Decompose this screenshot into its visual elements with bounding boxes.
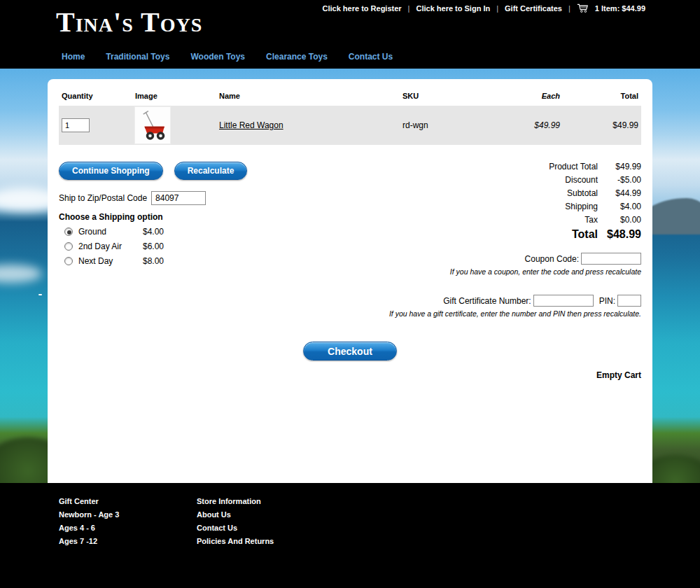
coupon-label: Coupon Code:: [525, 254, 579, 264]
product-total-price: $49.99: [560, 120, 638, 130]
column-header-name: Name: [219, 92, 402, 100]
separator: |: [408, 4, 410, 13]
shipping-option-price: $4.00: [143, 227, 164, 237]
gift-certificate-input[interactable]: [533, 295, 594, 307]
nav-home[interactable]: Home: [62, 52, 85, 62]
total-row-label: Tax: [529, 215, 598, 225]
pin-input[interactable]: [617, 295, 641, 307]
separator: |: [568, 4, 570, 13]
main-nav: Home Traditional Toys Wooden Toys Cleara…: [62, 52, 393, 62]
footer-link-ages-4-6[interactable]: Ages 4 - 6: [59, 524, 197, 532]
nav-contact-us[interactable]: Contact Us: [349, 52, 393, 62]
shopping-cart-icon[interactable]: [577, 3, 589, 13]
checkout-button[interactable]: Checkout: [303, 342, 397, 360]
total-row-value: $4.00: [598, 202, 641, 211]
radio-ground[interactable]: [64, 227, 73, 236]
site-logo[interactable]: Tina's Toys: [56, 6, 202, 38]
footer-column-title: Gift Center: [59, 497, 197, 505]
cart-item-row: Little Red Wagon rd-wgn $49.99 $49.99: [59, 106, 641, 145]
quantity-input[interactable]: [62, 118, 90, 132]
total-row-label: Shipping: [529, 202, 598, 211]
product-name-link[interactable]: Little Red Wagon: [219, 120, 284, 130]
zip-label: Ship to Zip/Postal Code: [59, 193, 147, 203]
shipping-options-title: Choose a Shipping option: [59, 212, 276, 222]
totals-column: Product Total$49.99 Discount-$5.00 Subto…: [276, 162, 641, 318]
product-each-price: $49.99: [497, 120, 560, 130]
background-boat: [38, 294, 42, 295]
shipping-option-label[interactable]: Next Day: [78, 256, 143, 266]
pin-label: PIN:: [599, 296, 615, 306]
grand-total-label: Total: [529, 228, 598, 241]
total-row-label: Product Total: [529, 162, 598, 172]
gift-certificate-note: If you have a gift certificate, enter th…: [276, 309, 641, 318]
shipping-option-next-day: Next Day $8.00: [64, 256, 276, 266]
gift-certificate-label: Gift Certificate Number:: [443, 296, 531, 306]
footer-link-policies-and-returns[interactable]: Policies And Returns: [197, 537, 335, 545]
cart-table-header: Quantity Image Name SKU Each Total: [59, 90, 641, 106]
product-image-red-wagon[interactable]: [135, 107, 170, 144]
column-header-image: Image: [135, 92, 219, 100]
gift-certificates-link[interactable]: Gift Certificates: [505, 4, 562, 13]
footer-gift-center-column: Gift Center Newborn - Age 3 Ages 4 - 6 A…: [59, 497, 197, 550]
gift-certificate-section: Gift Certificate Number: PIN: If you hav…: [276, 295, 641, 318]
shipping-option-label[interactable]: Ground: [78, 227, 143, 237]
coupon-section: Coupon Code: If you have a coupon, enter…: [276, 253, 641, 276]
site-header: Click here to Register | Click here to S…: [0, 0, 700, 69]
total-row-value: $0.00: [598, 215, 641, 225]
radio-next-day[interactable]: [64, 257, 73, 265]
coupon-input[interactable]: [581, 253, 641, 265]
column-header-total: Total: [560, 92, 638, 100]
shipping-option-ground: Ground $4.00: [64, 227, 276, 237]
grand-total-value: $48.99: [598, 228, 641, 241]
shipping-option-label[interactable]: 2nd Day Air: [78, 241, 143, 251]
shipping-option-2nd-day-air: 2nd Day Air $6.00: [64, 241, 276, 251]
order-totals: Product Total$49.99 Discount-$5.00 Subto…: [529, 162, 641, 241]
total-row-label: Discount: [529, 175, 598, 185]
background-cloud: [0, 265, 42, 283]
column-header-each: Each: [497, 92, 560, 100]
footer-link-ages-7-12[interactable]: Ages 7 -12: [59, 537, 197, 545]
utility-bar: Click here to Register | Click here to S…: [323, 3, 646, 13]
register-link[interactable]: Click here to Register: [323, 4, 402, 13]
total-row-label: Subtotal: [529, 188, 598, 198]
nav-clearance-toys[interactable]: Clearance Toys: [266, 52, 328, 62]
total-row-value: $49.99: [598, 162, 641, 172]
total-row-value: $44.99: [598, 188, 641, 198]
continue-shopping-button[interactable]: Continue Shopping: [59, 162, 163, 180]
shipping-column: Continue Shopping Recalculate Ship to Zi…: [59, 162, 276, 318]
shipping-option-price: $6.00: [143, 241, 164, 251]
coupon-note: If you have a coupon, enter the code and…: [276, 267, 641, 276]
nav-wooden-toys[interactable]: Wooden Toys: [190, 52, 245, 62]
zip-input[interactable]: [151, 191, 206, 205]
footer-link-contact-us[interactable]: Contact Us: [197, 524, 335, 532]
sign-in-link[interactable]: Click here to Sign In: [416, 4, 490, 13]
separator: |: [496, 4, 498, 13]
main-area: Quantity Image Name SKU Each Total: [0, 69, 700, 483]
nav-traditional-toys[interactable]: Traditional Toys: [106, 52, 169, 62]
footer-store-information-column: Store Information About Us Contact Us Po…: [197, 497, 335, 550]
product-sku: rd-wgn: [402, 120, 497, 130]
cart-summary[interactable]: 1 Item: $44.99: [595, 4, 645, 13]
radio-2nd-day-air[interactable]: [64, 242, 73, 251]
footer-column-title: Store Information: [197, 497, 335, 505]
footer-link-about-us[interactable]: About Us: [197, 510, 335, 519]
column-header-quantity: Quantity: [62, 92, 135, 100]
total-row-value: -$5.00: [598, 175, 641, 185]
footer-link-newborn-age-3[interactable]: Newborn - Age 3: [59, 510, 197, 519]
site-footer: Gift Center Newborn - Age 3 Ages 4 - 6 A…: [0, 483, 700, 588]
empty-cart-link[interactable]: Empty Cart: [596, 370, 641, 380]
cart-panel: Quantity Image Name SKU Each Total: [48, 79, 652, 483]
column-header-sku: SKU: [402, 92, 497, 100]
recalculate-button[interactable]: Recalculate: [174, 162, 248, 180]
shipping-option-price: $8.00: [143, 256, 164, 266]
